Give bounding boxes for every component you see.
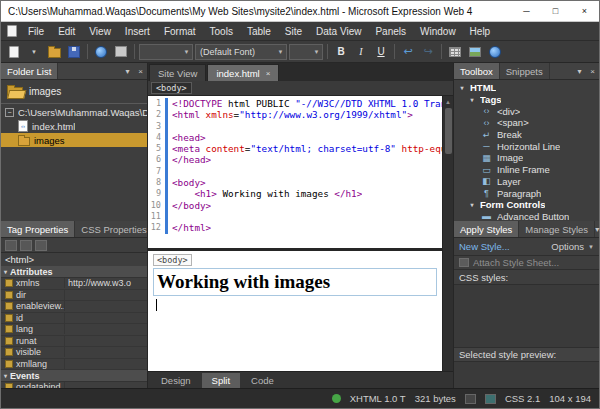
view-tab-code[interactable]: Code (241, 373, 284, 388)
toolbox-item-horizontal-line[interactable]: ─Horizontal Line (454, 140, 599, 152)
menu-tools[interactable]: Tools (203, 23, 240, 40)
toolbox-item-div[interactable]: ‹›<div> (454, 105, 599, 117)
view-tab-design[interactable]: Design (151, 373, 201, 388)
toolbox-item-span[interactable]: ‹›<span> (454, 117, 599, 129)
menu-format[interactable]: Format (157, 23, 203, 40)
menu-window[interactable]: Window (413, 23, 463, 40)
menu-edit[interactable]: Edit (51, 23, 82, 40)
underline-icon[interactable]: U (372, 43, 390, 61)
menu-help[interactable]: Help (463, 23, 498, 40)
toolbox-item-break[interactable]: ↵Break (454, 129, 599, 141)
attribute-value[interactable]: http://www.w3.o (65, 278, 147, 288)
attribute-row[interactable]: runat (1, 336, 147, 348)
section-attributes[interactable]: ▾Attributes (1, 266, 147, 278)
new-page-icon[interactable] (5, 43, 23, 61)
toolbox-item-advanced-button[interactable]: ▬Advanced Button (454, 211, 599, 221)
maximize-button[interactable]: □ (541, 1, 570, 22)
attribute-row[interactable]: visible (1, 347, 147, 359)
panel-menu-icon[interactable]: ▾ (573, 63, 586, 79)
toolbox-item-paragraph[interactable]: ¶Paragraph (454, 187, 599, 199)
new-page-caret-icon[interactable]: ▼ (25, 43, 43, 61)
code-view[interactable]: 1<!DOCTYPE html PUBLIC "-//W3C//DTD XHTM… (148, 96, 442, 248)
code-line[interactable]: 1<!DOCTYPE html PUBLIC "-//W3C//DTD XHTM… (148, 98, 442, 109)
folder-list-item-images[interactable]: images (1, 133, 147, 147)
bold-icon[interactable]: B (332, 43, 350, 61)
quick-tag-selector[interactable]: <body> (151, 82, 192, 94)
toolbox-item-html[interactable]: ▾HTML (454, 82, 599, 94)
attribute-row[interactable]: lang (1, 324, 147, 336)
menu-table[interactable]: Table (240, 23, 278, 40)
toolbox-item-form-controls[interactable]: ▾Form Controls (454, 199, 599, 211)
site-root-row[interactable]: − C:\Users\Muhammad.Waqas\Documents\M (1, 105, 147, 119)
document-tab-site-view[interactable]: Site View (149, 64, 206, 81)
code-line[interactable]: 12</html> (148, 222, 442, 233)
browser-preview-icon[interactable] (92, 43, 110, 61)
menu-site[interactable]: Site (278, 23, 309, 40)
section-events[interactable]: ▾Events (1, 370, 147, 382)
minimize-button[interactable]: ─ (512, 1, 541, 22)
open-file-icon[interactable] (45, 43, 63, 61)
menu-file[interactable]: File (21, 23, 51, 40)
style-dropdown[interactable]: ▼ (139, 44, 193, 60)
tab-apply-styles[interactable]: Apply Styles (454, 221, 519, 237)
panel-close-icon[interactable]: × (586, 63, 599, 79)
attribute-row[interactable]: dir (1, 290, 147, 302)
code-line[interactable]: 6</head> (148, 154, 442, 165)
tab-manage-styles[interactable]: Manage Styles (519, 221, 595, 237)
italic-icon[interactable]: I (352, 43, 370, 61)
tab-snippets[interactable]: Snippets (500, 63, 550, 79)
show-alphabetized-icon[interactable] (20, 240, 32, 251)
code-line[interactable]: 8<body> (148, 177, 442, 188)
tab-close-icon[interactable]: × (266, 69, 271, 78)
css-schema-status[interactable]: CSS 2.1 (505, 393, 540, 404)
attribute-row[interactable]: enableview... (1, 301, 147, 313)
collapse-icon[interactable]: − (5, 108, 14, 117)
heading-block[interactable]: Working with images (153, 268, 437, 296)
toolbox-item-inline-frame[interactable]: ▭Inline Frame (454, 164, 599, 176)
menu-panels[interactable]: Panels (368, 23, 413, 40)
code-line[interactable]: 11 (148, 211, 442, 222)
folder-preview-row[interactable]: images (1, 80, 147, 102)
css-styles-list[interactable] (454, 284, 599, 348)
close-button[interactable]: × (570, 1, 599, 22)
attach-stylesheet-button[interactable]: Attach Style Sheet... (454, 256, 599, 270)
font-dropdown[interactable]: (Default Font)▼ (195, 44, 287, 60)
scroll-up-icon[interactable]: ▲ (445, 96, 451, 106)
code-line[interactable]: 10</body> (148, 200, 442, 211)
code-line[interactable]: 2<html xmlns="http://www.w3.org/1999/xht… (148, 109, 442, 120)
toolbox-item-layer[interactable]: ◧Layer (454, 176, 599, 188)
panel-menu-icon[interactable]: ▾ (121, 63, 134, 79)
code-line[interactable]: 7 (148, 166, 442, 177)
code-line[interactable]: 5<meta content="text/html; charset=utf-8… (148, 143, 442, 154)
scrollbar-thumb[interactable] (445, 108, 452, 154)
design-view[interactable]: <body> Working with images (148, 248, 442, 371)
code-line[interactable]: 4<head> (148, 132, 442, 143)
insert-table-icon[interactable] (446, 43, 464, 61)
folder-list-item-index-html[interactable]: index.html (1, 119, 147, 133)
show-set-properties-icon[interactable] (35, 240, 47, 251)
hyperlink-icon[interactable] (486, 43, 504, 61)
new-style-link[interactable]: New Style... (459, 241, 510, 252)
doctype-status[interactable]: XHTML 1.0 T (350, 393, 406, 404)
editor-scrollbar[interactable]: ▲ (442, 96, 453, 371)
tab-toolbox[interactable]: Toolbox (454, 63, 500, 79)
toolbox-item-image[interactable]: ▦Image (454, 152, 599, 164)
save-icon[interactable] (65, 43, 83, 61)
options-button[interactable]: Options ▼ (551, 241, 594, 252)
print-icon[interactable] (112, 43, 130, 61)
tab-css-properties[interactable]: CSS Properties (75, 221, 153, 237)
folder-list-title-tab[interactable]: Folder List (1, 63, 58, 79)
visual-aids-icon[interactable] (465, 394, 476, 404)
view-tab-split[interactable]: Split (202, 373, 240, 388)
toolbox-item-tags[interactable]: ▾Tags (454, 94, 599, 106)
attribute-row[interactable]: xmlnshttp://www.w3.o (1, 278, 147, 290)
undo-icon[interactable]: ↩ (399, 43, 417, 61)
attribute-row[interactable]: xmllang (1, 359, 147, 371)
show-categorized-icon[interactable] (5, 240, 17, 251)
panel-close-icon[interactable]: × (134, 63, 147, 79)
tab-tag-properties[interactable]: Tag Properties (1, 221, 75, 237)
menu-view[interactable]: View (82, 23, 118, 40)
code-line[interactable]: 3 (148, 121, 442, 132)
attribute-row[interactable]: id (1, 313, 147, 325)
font-size-dropdown[interactable]: ▼ (289, 44, 323, 60)
